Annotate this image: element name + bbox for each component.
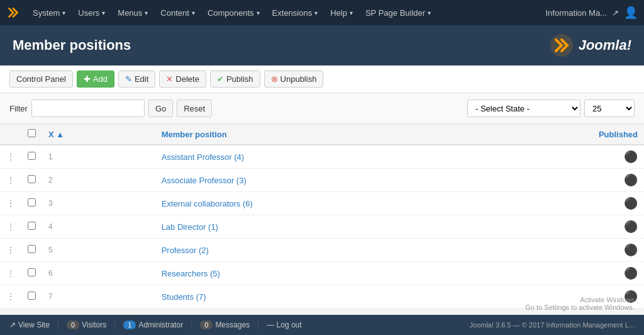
row-name-cell: Assistant Professor (4) (155, 145, 569, 169)
nav-components[interactable]: Components ▾ (201, 0, 266, 25)
nav-extensions[interactable]: Extensions ▾ (266, 0, 325, 25)
row-published-cell: ⚫ (569, 239, 644, 262)
row-checkbox-cell (21, 169, 42, 192)
drag-handle-icon: ⋮ (6, 175, 15, 185)
user-menu[interactable]: Information Ma...️ (545, 8, 607, 18)
nav-users[interactable]: Users ▾ (72, 0, 111, 25)
row-checkbox[interactable] (28, 292, 36, 300)
drag-handle-icon: ⋮ (6, 152, 15, 162)
caret-icon: ▾ (102, 9, 105, 16)
row-checkbox[interactable] (28, 152, 36, 160)
go-button[interactable]: Go (148, 99, 173, 117)
published-status-icon[interactable]: ⚫ (624, 174, 638, 186)
sort-col-header[interactable]: X ▲ (42, 124, 155, 145)
add-button[interactable]: ✚ Add (77, 71, 114, 88)
row-order: 2 (42, 169, 155, 192)
row-name-cell: External collaborators (6) (155, 192, 569, 215)
nav-menus[interactable]: Menus ▾ (111, 0, 154, 25)
table-row: ⋮ 5 Professor (2) ⚫ (0, 239, 644, 262)
nav-system[interactable]: System ▾ (26, 0, 72, 25)
user-icon: ↗ (612, 8, 619, 18)
table-row: ⋮ 2 Associate Professor (3) ⚫ (0, 169, 644, 192)
caret-icon: ▾ (314, 9, 318, 16)
per-page-select[interactable]: 25 5 10 15 20 50 100 (584, 99, 635, 117)
drag-handle[interactable]: ⋮ (0, 192, 21, 215)
drag-handle[interactable]: ⋮ (0, 239, 21, 262)
table-row: ⋮ 4 Lab Director (1) ⚫ (0, 215, 644, 239)
published-status-icon[interactable]: ⚫ (624, 197, 638, 210)
check-all-checkbox[interactable] (28, 129, 36, 137)
row-name-link[interactable]: Assistant Professor (4) (162, 152, 245, 162)
row-published-cell: ⚫ (569, 169, 644, 192)
publish-button[interactable]: ✔ Publish (210, 71, 260, 88)
row-checkbox[interactable] (28, 268, 36, 276)
nav-sp-page-builder[interactable]: SP Page Builder ▾ (359, 0, 437, 25)
row-name-cell: Students (7) (155, 285, 569, 309)
delete-label: Delete (175, 74, 199, 84)
row-name-cell: Professor (2) (155, 239, 569, 262)
navbar-brand[interactable] (6, 6, 20, 20)
times-icon: ✕ (166, 74, 173, 84)
check-all-col[interactable] (21, 124, 42, 145)
published-status-icon[interactable]: ⚫ (624, 267, 638, 280)
top-navbar: System ▾ Users ▾ Menus ▾ Content ▾ Compo… (0, 0, 644, 25)
joomla-logo: Joomla! (550, 33, 631, 57)
nav-items: System ▾ Users ▾ Menus ▾ Content ▾ Compo… (26, 0, 545, 25)
row-checkbox-cell (21, 239, 42, 262)
control-panel-button[interactable]: Control Panel (9, 71, 73, 88)
filter-bar: Filter Go Reset - Select State - Publish… (0, 93, 644, 124)
caret-icon: ▾ (428, 9, 431, 16)
row-name-link[interactable]: Students (7) (162, 292, 206, 302)
reset-button[interactable]: Reset (177, 99, 212, 117)
row-name-link[interactable]: Researchers (5) (162, 269, 220, 278)
nav-help[interactable]: Help ▾ (324, 0, 359, 25)
filter-label: Filter (9, 104, 28, 113)
edit-button[interactable]: ✎ Edit (118, 71, 155, 88)
row-checkbox[interactable] (28, 198, 36, 207)
drag-handle[interactable]: ⋮ (0, 145, 21, 169)
unpublish-label: Unpublish (280, 74, 317, 84)
drag-handle[interactable]: ⋮ (0, 285, 21, 309)
filter-input[interactable] (31, 99, 145, 117)
drag-handle-icon: ⋮ (6, 292, 15, 302)
toolbar: Control Panel ✚ Add ✎ Edit ✕ Delete ✔ Pu… (0, 65, 644, 93)
published-status-icon[interactable]: ⚫ (624, 150, 638, 163)
row-name-link[interactable]: External collaborators (6) (162, 199, 253, 208)
caret-icon: ▾ (62, 9, 65, 16)
watermark-line2: Go to Settings to activate Windows. (525, 304, 635, 309)
row-checkbox[interactable] (28, 245, 36, 253)
name-col-header[interactable]: Member position (155, 124, 569, 145)
drag-handle-icon: ⋮ (6, 222, 15, 232)
row-order: 6 (42, 262, 155, 285)
nav-content[interactable]: Content ▾ (154, 0, 201, 25)
check-icon: ✔ (217, 74, 224, 84)
delete-button[interactable]: ✕ Delete (159, 71, 206, 88)
name-col-label: Member position (162, 130, 227, 139)
row-name-link[interactable]: Associate Professor (3) (162, 176, 247, 185)
joomla-logo-text: Joomla! (579, 37, 631, 54)
state-select[interactable]: - Select State - Published Unpublished (467, 99, 580, 117)
filter-left: Filter Go Reset (9, 99, 212, 117)
row-published-cell: ⚫ (569, 262, 644, 285)
user-avatar[interactable]: 👤 (624, 6, 638, 20)
published-col-header[interactable]: Published (569, 124, 644, 145)
navbar-right: Information Ma...️ ↗ 👤 (545, 6, 638, 20)
row-name-link[interactable]: Professor (2) (162, 246, 209, 255)
caret-icon: ▾ (257, 9, 260, 16)
drag-handle-icon: ⋮ (6, 245, 15, 255)
publish-label: Publish (226, 74, 253, 84)
watermark-line1: Activate Windows (525, 296, 635, 304)
row-checkbox[interactable] (28, 175, 36, 183)
row-published-cell: ⚫ (569, 192, 644, 215)
drag-handle[interactable]: ⋮ (0, 215, 21, 239)
row-checkbox[interactable] (28, 222, 36, 230)
row-name-link[interactable]: Lab Director (1) (162, 222, 218, 232)
published-status-icon[interactable]: ⚫ (624, 220, 638, 233)
row-checkbox-cell (21, 262, 42, 285)
drag-handle[interactable]: ⋮ (0, 169, 21, 192)
unpublish-button[interactable]: ⊗ Unpublish (264, 71, 324, 88)
drag-handle[interactable]: ⋮ (0, 262, 21, 285)
row-checkbox-cell (21, 145, 42, 169)
published-status-icon[interactable]: ⚫ (624, 244, 638, 256)
plus-icon: ✚ (84, 74, 91, 84)
